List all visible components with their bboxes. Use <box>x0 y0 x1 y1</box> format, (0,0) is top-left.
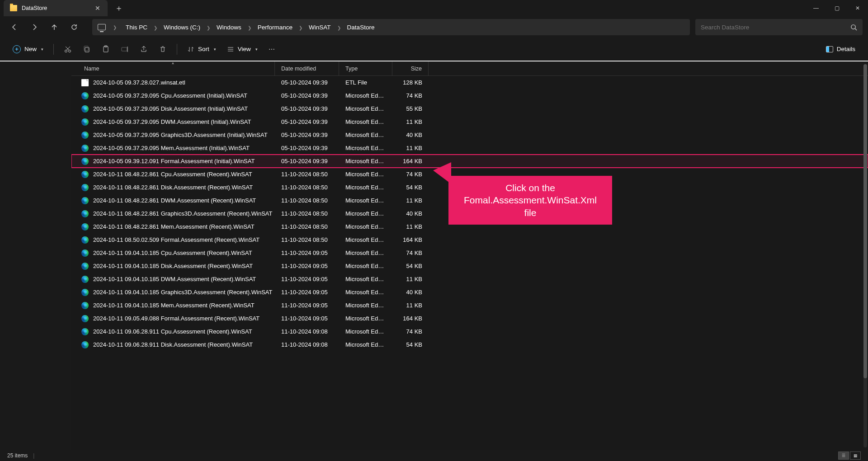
col-type[interactable]: Type <box>339 61 392 75</box>
separator <box>177 44 177 55</box>
edge-icon <box>81 315 89 322</box>
icons-view-toggle[interactable]: ▦ <box>850 452 861 460</box>
file-size: 74 KB <box>392 249 429 256</box>
file-name: 2024-10-11 09.04.10.185 Disk.Assessment … <box>93 263 253 269</box>
file-name: 2024-10-11 08.48.22.861 Cpu.Assessment (… <box>93 171 252 178</box>
chevron-icon[interactable]: ❯ <box>245 25 254 30</box>
share-button[interactable] <box>135 42 152 56</box>
file-date: 05-10-2024 09:39 <box>275 118 339 125</box>
file-row[interactable]: 2024-10-05 09.37.29.095 Cpu.Assessment (… <box>71 89 868 102</box>
file-row[interactable]: 2024-10-11 09.04.10.185 Graphics3D.Asses… <box>71 286 868 299</box>
refresh-button[interactable] <box>65 19 83 35</box>
address-row: ❯ This PC❯Windows (C:)❯Windows❯Performan… <box>0 16 868 38</box>
search-icon[interactable] <box>850 24 857 31</box>
copy-button[interactable] <box>78 42 95 56</box>
file-size: 74 KB <box>392 171 429 178</box>
file-size: 40 KB <box>392 289 429 296</box>
chevron-icon[interactable]: ❯ <box>151 25 160 30</box>
file-row[interactable]: 2024-10-05 09.39.12.091 Formal.Assessmen… <box>71 155 868 168</box>
scroll-thumb[interactable] <box>863 64 867 378</box>
details-view-toggle[interactable]: ☰ <box>838 452 849 460</box>
file-date: 05-10-2024 09:39 <box>275 132 339 138</box>
breadcrumb-segment[interactable]: WinSAT <box>305 22 335 33</box>
new-button[interactable]: + New ▾ <box>8 42 48 56</box>
file-size: 54 KB <box>392 341 429 348</box>
close-tab-button[interactable]: ✕ <box>93 5 102 12</box>
cut-button[interactable] <box>59 42 76 56</box>
chevron-icon[interactable]: ❯ <box>335 25 344 30</box>
new-label: New <box>24 46 37 52</box>
file-size: 54 KB <box>392 184 429 191</box>
file-row[interactable]: 2024-10-05 09.37.29.095 Disk.Assessment … <box>71 102 868 115</box>
active-tab[interactable]: DataStore ✕ <box>4 0 108 16</box>
file-name: 2024-10-05 09.37.29.095 Cpu.Assessment (… <box>93 92 247 99</box>
view-icon <box>227 46 234 53</box>
breadcrumb-segment[interactable]: Windows <box>213 22 245 33</box>
file-size: 55 KB <box>392 105 429 112</box>
file-type: Microsoft Edge HT... <box>339 118 392 125</box>
breadcrumb[interactable]: ❯ This PC❯Windows (C:)❯Windows❯Performan… <box>92 19 690 35</box>
delete-button[interactable] <box>154 42 171 56</box>
file-list[interactable]: 2024-10-05 09.37.28.027.winsat.etl05-10-… <box>71 76 868 450</box>
paste-button[interactable] <box>97 42 114 56</box>
maximize-button[interactable]: ▢ <box>826 0 847 16</box>
file-size: 164 KB <box>392 315 429 322</box>
file-size: 11 KB <box>392 118 429 125</box>
close-window-button[interactable]: ✕ <box>847 0 868 16</box>
col-size[interactable]: Size <box>392 61 429 75</box>
file-row[interactable]: 2024-10-05 09.37.29.095 Graphics3D.Asses… <box>71 128 868 141</box>
scrollbar[interactable] <box>863 64 867 447</box>
window-controls: — ▢ ✕ <box>806 0 868 16</box>
file-row[interactable]: 2024-10-11 08.50.02.509 Formal.Assessmen… <box>71 233 868 246</box>
sort-button[interactable]: Sort ▾ <box>183 43 221 56</box>
file-type: Microsoft Edge HT... <box>339 276 392 282</box>
file-row[interactable]: 2024-10-05 09.37.28.027.winsat.etl05-10-… <box>71 76 868 89</box>
edge-icon <box>81 236 89 244</box>
navigation-pane[interactable] <box>0 61 71 450</box>
file-date: 11-10-2024 08:50 <box>275 171 339 178</box>
file-date: 05-10-2024 09:39 <box>275 79 339 86</box>
details-toggle[interactable]: Details <box>821 43 860 55</box>
view-button[interactable]: View ▾ <box>222 43 262 56</box>
chevron-icon[interactable]: ❯ <box>296 25 305 30</box>
file-icon <box>81 79 89 86</box>
chevron-icon[interactable]: ❯ <box>204 25 213 30</box>
svg-point-1 <box>65 50 67 52</box>
file-row[interactable]: 2024-10-05 09.37.29.095 Mem.Assessment (… <box>71 141 868 155</box>
back-button[interactable] <box>5 19 24 35</box>
file-type: Microsoft Edge HT... <box>339 184 392 191</box>
file-type: Microsoft Edge HT... <box>339 105 392 112</box>
file-type: Microsoft Edge HT... <box>339 92 392 99</box>
svg-rect-3 <box>85 47 89 52</box>
edge-icon <box>81 223 89 230</box>
breadcrumb-segment[interactable]: This PC <box>122 22 151 33</box>
col-name[interactable]: Name▲ <box>71 61 275 75</box>
file-row[interactable]: 2024-10-11 09.06.28.911 Cpu.Assessment (… <box>71 325 868 338</box>
breadcrumb-segment[interactable]: Windows (C:) <box>160 22 204 33</box>
minimize-button[interactable]: — <box>806 0 826 16</box>
file-size: 74 KB <box>392 92 429 99</box>
breadcrumb-segment[interactable]: DataStore <box>344 22 378 33</box>
forward-button[interactable] <box>25 19 43 35</box>
col-date[interactable]: Date modified <box>275 61 339 75</box>
file-row[interactable]: 2024-10-11 09.06.28.911 Disk.Assessment … <box>71 338 868 351</box>
file-row[interactable]: 2024-10-11 09.04.10.185 Mem.Assessment (… <box>71 299 868 312</box>
rename-button[interactable] <box>116 42 133 56</box>
file-row[interactable]: 2024-10-11 09.04.10.185 Disk.Assessment … <box>71 259 868 273</box>
up-button[interactable] <box>45 19 63 35</box>
chevron-icon[interactable]: ❯ <box>110 25 119 30</box>
search-box[interactable] <box>695 19 863 35</box>
file-name: 2024-10-11 08.48.22.861 Disk.Assessment … <box>93 184 253 191</box>
file-size: 40 KB <box>392 132 429 138</box>
search-input[interactable] <box>701 24 850 31</box>
file-row[interactable]: 2024-10-11 09.04.10.185 DWM.Assessment (… <box>71 273 868 286</box>
more-button[interactable]: ⋯ <box>264 43 279 56</box>
breadcrumb-segment[interactable]: Performance <box>254 22 296 33</box>
edge-icon <box>81 105 89 113</box>
new-tab-button[interactable]: ＋ <box>108 3 130 14</box>
edge-icon <box>81 132 89 139</box>
file-row[interactable]: 2024-10-11 09.05.49.088 Formal.Assessmen… <box>71 312 868 325</box>
plus-icon: + <box>13 45 21 53</box>
file-row[interactable]: 2024-10-11 09.04.10.185 Cpu.Assessment (… <box>71 246 868 259</box>
file-row[interactable]: 2024-10-05 09.37.29.095 DWM.Assessment (… <box>71 115 868 128</box>
